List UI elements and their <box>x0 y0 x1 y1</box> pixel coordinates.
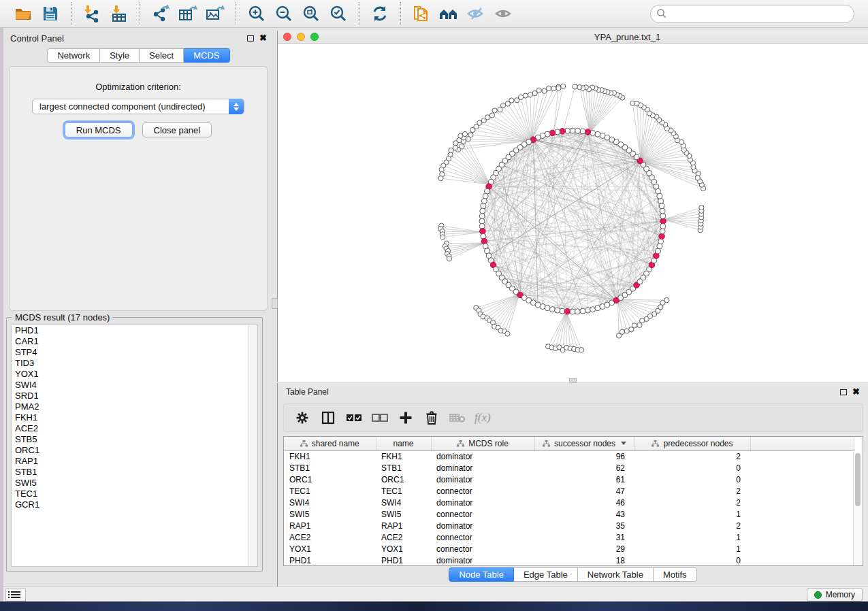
table-scrollbar-thumb[interactable] <box>855 453 861 506</box>
table-row[interactable]: SWI4SWI4dominator462 <box>284 497 854 508</box>
mcds-result-item[interactable]: SWI5 <box>12 478 257 489</box>
tab-node-table[interactable]: Node Table <box>449 567 514 582</box>
table-row[interactable]: TEC1TEC1connector472 <box>284 485 854 497</box>
result-list-scrollbar[interactable] <box>248 325 257 566</box>
task-history-button[interactable] <box>5 589 26 601</box>
function-builder-button[interactable]: f(x) <box>472 411 491 425</box>
export-image-button[interactable] <box>202 2 229 25</box>
tab-select[interactable]: Select <box>140 48 184 63</box>
table-row[interactable]: FKH1FKH1dominator962 <box>284 450 854 462</box>
table-row[interactable]: PHD1PHD1dominator180 <box>284 555 854 566</box>
table-row[interactable]: ACE2ACE2connector311 <box>284 531 854 543</box>
mcds-result-item[interactable]: STP4 <box>12 347 257 358</box>
mcds-result-item[interactable]: YOX1 <box>12 369 257 380</box>
mcds-panel: Optimization criterion: largest connecte… <box>9 66 268 311</box>
tab-style[interactable]: Style <box>100 48 140 63</box>
run-mcds-button[interactable]: Run MCDS <box>65 122 133 137</box>
tab-motifs[interactable]: Motifs <box>654 567 697 582</box>
zoom-fit-button[interactable] <box>298 2 325 25</box>
mcds-result-item[interactable]: FKH1 <box>12 412 257 423</box>
tab-mcds[interactable]: MCDS <box>184 48 229 63</box>
table-scrollbar[interactable] <box>853 452 862 565</box>
save-button[interactable] <box>37 2 64 25</box>
show-column-button[interactable] <box>317 406 340 429</box>
zoom-selected-button[interactable] <box>325 2 352 25</box>
hierarchy-icon <box>543 440 550 447</box>
mcds-result-item[interactable]: SWI4 <box>12 380 257 391</box>
import-network-button[interactable] <box>78 2 106 25</box>
table-settings-button[interactable] <box>291 406 314 429</box>
mcds-result-item[interactable]: TID3 <box>12 358 257 369</box>
vertical-splitter-handle[interactable] <box>272 298 278 309</box>
duplicate-network-icon <box>413 4 430 23</box>
column-header-mcds-role[interactable]: MCDS role <box>431 437 534 450</box>
delete-column-button[interactable] <box>420 406 443 429</box>
mcds-result-item[interactable]: ORC1 <box>12 445 257 456</box>
mcds-result-item[interactable]: RAP1 <box>12 456 257 467</box>
trash-icon <box>425 410 438 425</box>
create-column-button[interactable] <box>394 406 417 429</box>
show-all-button[interactable] <box>489 2 517 25</box>
table-row[interactable]: ORC1ORC1dominator610 <box>284 474 854 485</box>
column-header-predecessor-nodes[interactable]: predecessor nodes <box>634 437 750 450</box>
network-window-titlebar[interactable]: YPA_prune.txt_1 <box>278 31 868 44</box>
desktop-edge-bottom <box>0 601 868 611</box>
table-row[interactable]: STB1STB1dominator620 <box>284 462 854 474</box>
node-table-body: FKH1FKH1dominator962STB1STB1dominator620… <box>284 450 854 566</box>
mcds-result-item[interactable]: SRD1 <box>12 391 257 401</box>
table-header-row: shared name name MCDS role successor nod… <box>284 437 854 450</box>
deselect-all-columns-button[interactable] <box>368 406 391 429</box>
zoom-out-button[interactable] <box>270 2 298 25</box>
delete-table-icon <box>449 412 466 423</box>
duplicate-network-button[interactable] <box>408 2 435 25</box>
select-all-columns-button[interactable] <box>342 406 366 429</box>
memory-button[interactable]: Memory <box>807 588 863 601</box>
import-table-button[interactable] <box>106 2 133 25</box>
column-header-shared-name[interactable]: shared name <box>284 437 376 450</box>
close-panel-button[interactable]: Close panel <box>142 122 212 137</box>
mcds-result-item[interactable]: GCR1 <box>12 499 257 510</box>
tab-edge-table[interactable]: Edge Table <box>514 567 578 582</box>
memory-label: Memory <box>826 590 855 599</box>
table-row[interactable]: YOX1YOX1connector291 <box>284 543 854 555</box>
column-header-name[interactable]: name <box>376 437 431 450</box>
mcds-result-item[interactable]: PMA2 <box>12 401 257 412</box>
refresh-button[interactable] <box>366 2 393 25</box>
toolbar-separator <box>236 2 236 25</box>
table-row[interactable]: RAP1RAP1dominator352 <box>284 520 854 531</box>
refresh-icon <box>371 5 389 22</box>
close-table-panel-icon[interactable]: ✖ <box>852 389 860 395</box>
mcds-result-item[interactable]: STB1 <box>12 467 257 478</box>
gear-icon <box>295 411 309 425</box>
export-table-button[interactable] <box>174 2 202 25</box>
float-table-panel-icon[interactable] <box>840 389 847 395</box>
first-neighbors-button[interactable] <box>435 2 462 25</box>
network-canvas[interactable] <box>278 44 867 382</box>
float-panel-icon[interactable] <box>247 35 254 42</box>
mcds-result-item[interactable]: ACE2 <box>12 423 257 434</box>
zoom-in-button[interactable] <box>243 2 270 25</box>
mcds-result-item[interactable]: CAR1 <box>12 336 257 347</box>
open-file-button[interactable] <box>10 2 37 25</box>
columns-icon <box>321 411 335 425</box>
hide-selected-button[interactable] <box>462 2 489 25</box>
export-network-button[interactable] <box>147 2 174 25</box>
mcds-result-item[interactable]: TEC1 <box>12 489 257 499</box>
tab-network-table[interactable]: Network Table <box>578 567 654 582</box>
tab-network[interactable]: Network <box>47 48 100 63</box>
mcds-result-list[interactable]: PHD1CAR1STP4TID3YOX1SWI4SRD1PMA2FKH1ACE2… <box>11 325 258 567</box>
mcds-result-item[interactable]: STB5 <box>12 434 257 445</box>
column-header-successor-nodes[interactable]: successor nodes <box>534 437 634 450</box>
folder-icon <box>14 5 32 22</box>
optimization-criterion-select[interactable]: largest connected component (undirected) <box>32 99 244 114</box>
close-panel-icon[interactable]: ✖ <box>259 35 267 42</box>
search-input[interactable] <box>650 5 854 23</box>
delete-table-button[interactable] <box>446 406 469 429</box>
save-icon <box>42 5 59 22</box>
horizontal-splitter-handle[interactable] <box>569 378 577 383</box>
status-bar: Memory <box>0 587 868 602</box>
table-panel-tabs: Node Table Edge Table Network Table Moti… <box>278 567 868 582</box>
mcds-result-item[interactable]: PHD1 <box>12 325 257 336</box>
import-table-icon <box>110 5 128 22</box>
table-row[interactable]: SWI5SWI5connector431 <box>284 508 854 520</box>
